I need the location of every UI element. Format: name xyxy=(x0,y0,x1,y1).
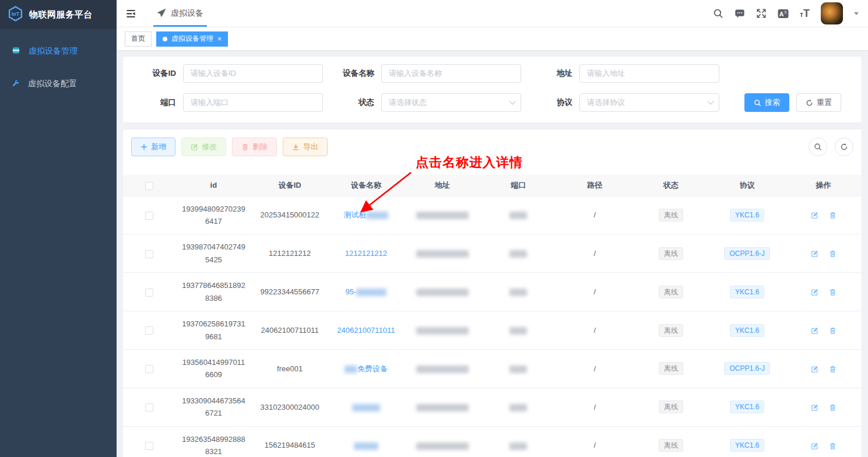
device-name-link[interactable]: 测试桩 xyxy=(343,210,366,219)
download-icon xyxy=(292,143,300,151)
row-checkbox[interactable] xyxy=(145,365,153,373)
row-delete-icon[interactable] xyxy=(829,365,837,373)
fullscreen-icon[interactable] xyxy=(756,8,767,19)
search-icon[interactable] xyxy=(713,8,723,19)
row-delete-icon[interactable] xyxy=(829,250,837,258)
device-name-link[interactable]: 24062100711011 xyxy=(337,326,395,335)
form-item-6: 协议请选择协议 xyxy=(529,93,719,112)
row-checkbox[interactable] xyxy=(145,326,153,335)
chevron-down-icon xyxy=(509,98,515,104)
sidebar-collapse-icon[interactable] xyxy=(126,9,136,19)
cell-id: 1939948092702396417 xyxy=(175,196,252,234)
row-checkbox[interactable] xyxy=(145,250,153,258)
row-delete-icon[interactable] xyxy=(829,404,837,412)
input-4[interactable]: 请输入端口 xyxy=(183,93,323,112)
column-header: 操作 xyxy=(785,175,862,196)
search-button[interactable]: 搜索 xyxy=(744,93,789,112)
toggle-search-button[interactable] xyxy=(809,138,827,156)
cell-id: 1937786468518928386 xyxy=(175,273,252,311)
tag-1[interactable]: 首页 xyxy=(125,31,152,47)
cell-status: 离线 xyxy=(633,388,709,426)
sidebar-item-label: 虚拟设备管理 xyxy=(29,46,78,57)
row-checkbox[interactable] xyxy=(145,403,153,412)
message-icon[interactable] xyxy=(735,8,745,19)
add-button[interactable]: 新增 xyxy=(131,138,175,156)
select-all-cell xyxy=(123,175,175,196)
placeholder-text: 请选择状态 xyxy=(389,97,427,108)
blurred-port xyxy=(509,442,527,450)
cell-device-name: 测试桩 xyxy=(328,196,405,234)
row-delete-icon[interactable] xyxy=(829,442,837,450)
tag-2[interactable]: 虚拟设备管理× xyxy=(156,31,228,47)
device-name-link[interactable]: 1212121212 xyxy=(345,249,387,258)
logo-row: IoT 物联网服务平台 xyxy=(0,0,117,29)
cell-path: / xyxy=(557,273,633,311)
svg-text:IoT: IoT xyxy=(12,11,20,17)
column-header: 端口 xyxy=(480,175,557,196)
cell-path: / xyxy=(557,426,633,457)
row-edit-icon[interactable] xyxy=(811,404,818,412)
row-edit-icon[interactable] xyxy=(811,289,818,296)
row-edit-icon[interactable] xyxy=(811,327,818,335)
row-checkbox[interactable] xyxy=(145,442,153,450)
topnav-item-virtual-device[interactable]: 虚拟设备 xyxy=(153,0,207,27)
row-delete-icon[interactable] xyxy=(829,212,837,219)
cell-device-name xyxy=(328,388,405,426)
cell-status: 离线 xyxy=(633,234,709,273)
avatar[interactable] xyxy=(821,2,843,24)
placeholder-text: 请输入设备名称 xyxy=(389,68,442,79)
sidebar-item-label: 虚拟设备配置 xyxy=(28,79,77,89)
protocol-badge: YKC1.6 xyxy=(730,209,764,222)
toolbar-right xyxy=(809,138,853,156)
select-5[interactable]: 请选择状态 xyxy=(381,93,521,112)
row-edit-icon[interactable] xyxy=(811,365,818,373)
table-row: 1932635489928888321156219484615/离线YKC1.6 xyxy=(123,426,862,457)
refresh-button[interactable] xyxy=(835,138,853,156)
input-2[interactable]: 请输入设备名称 xyxy=(381,64,521,83)
tag-dot xyxy=(163,37,167,41)
input-3[interactable]: 请输入地址 xyxy=(579,64,719,83)
cell-device-id: 156219484615 xyxy=(252,426,328,457)
row-edit-icon[interactable] xyxy=(811,250,818,258)
column-header: 状态 xyxy=(633,175,709,196)
cell-path: / xyxy=(557,388,633,426)
cell-device-name: 免费设备 xyxy=(328,350,405,388)
cell-status: 离线 xyxy=(633,350,709,388)
device-name-link[interactable]: 免费设备 xyxy=(357,364,388,373)
protocol-badge: YKC1.6 xyxy=(730,439,764,452)
delete-button[interactable]: 删除 xyxy=(232,138,277,156)
blurred-port xyxy=(509,404,527,412)
cell-path: / xyxy=(557,350,633,388)
reset-button[interactable]: 重置 xyxy=(796,93,841,112)
cell-id: 1935604149970116609 xyxy=(175,350,252,388)
wrench-icon xyxy=(12,79,20,89)
modify-button[interactable]: 修改 xyxy=(181,138,226,156)
row-delete-icon[interactable] xyxy=(829,289,837,296)
blurred-port xyxy=(509,289,527,296)
export-button[interactable]: 导出 xyxy=(283,138,328,156)
chevron-down-icon xyxy=(707,98,714,104)
form-label: 状态 xyxy=(331,97,381,108)
protocol-badge: OCPP1.6-J xyxy=(724,247,770,260)
input-1[interactable]: 请输入设备ID xyxy=(183,64,323,83)
blurred-address xyxy=(416,250,469,258)
tag-close-icon[interactable]: × xyxy=(217,36,222,43)
select-all-checkbox[interactable] xyxy=(145,182,153,190)
caret-down-icon[interactable] xyxy=(854,12,859,15)
select-6[interactable]: 请选择协议 xyxy=(579,93,719,112)
blurred-port xyxy=(509,212,527,219)
font-size-icon[interactable]: тT xyxy=(800,8,810,19)
table-row: 193309044673564672133102300024000/离线YKC1… xyxy=(123,388,862,426)
sidebar-item-1[interactable]: 虚拟设备管理 xyxy=(0,35,117,68)
form-label: 设备ID xyxy=(132,68,183,79)
row-edit-icon[interactable] xyxy=(811,212,818,219)
row-checkbox[interactable] xyxy=(145,212,153,220)
device-name-link[interactable]: 95- xyxy=(346,287,357,296)
row-edit-icon[interactable] xyxy=(811,442,818,450)
blurred-port xyxy=(509,365,527,373)
sidebar-item-2[interactable]: 虚拟设备配置 xyxy=(0,68,117,100)
row-checkbox[interactable] xyxy=(145,289,153,297)
protocol-badge: YKC1.6 xyxy=(730,400,764,413)
translate-icon[interactable]: A文 xyxy=(778,9,789,19)
row-delete-icon[interactable] xyxy=(829,327,837,335)
